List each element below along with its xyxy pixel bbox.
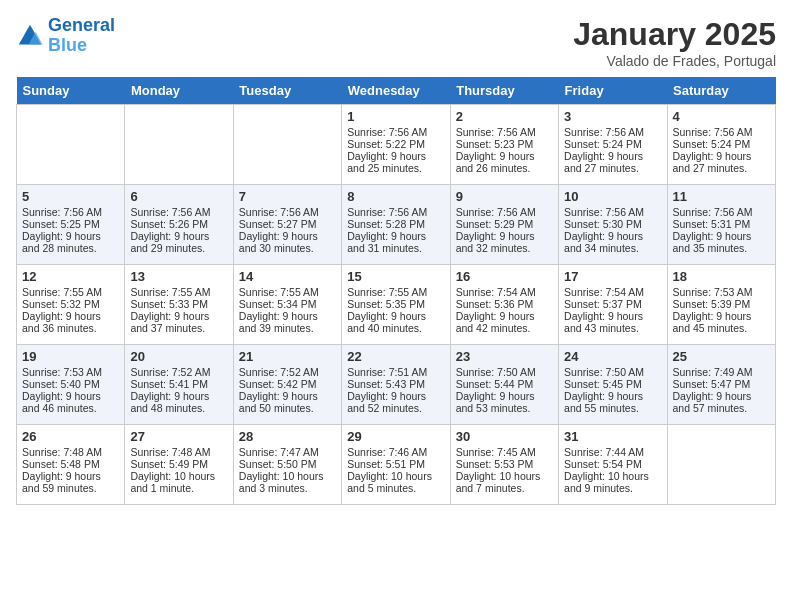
sunset-label: Sunset: 5:33 PM <box>130 298 208 310</box>
day-number: 22 <box>347 349 444 364</box>
day-number: 16 <box>456 269 553 284</box>
calendar-cell: 28Sunrise: 7:47 AMSunset: 5:50 PMDayligh… <box>233 425 341 505</box>
sunset-label: Sunset: 5:35 PM <box>347 298 425 310</box>
daylight-label: Daylight: 9 hours and 30 minutes. <box>239 230 318 254</box>
day-number: 1 <box>347 109 444 124</box>
sunset-label: Sunset: 5:24 PM <box>564 138 642 150</box>
daylight-label: Daylight: 10 hours and 1 minute. <box>130 470 215 494</box>
daylight-label: Daylight: 9 hours and 31 minutes. <box>347 230 426 254</box>
calendar-cell: 1Sunrise: 7:56 AMSunset: 5:22 PMDaylight… <box>342 105 450 185</box>
sunrise-label: Sunrise: 7:56 AM <box>564 206 644 218</box>
sunrise-label: Sunrise: 7:50 AM <box>564 366 644 378</box>
calendar-cell: 23Sunrise: 7:50 AMSunset: 5:44 PMDayligh… <box>450 345 558 425</box>
daylight-label: Daylight: 9 hours and 34 minutes. <box>564 230 643 254</box>
calendar-cell <box>17 105 125 185</box>
day-number: 18 <box>673 269 770 284</box>
daylight-label: Daylight: 10 hours and 7 minutes. <box>456 470 541 494</box>
day-number: 21 <box>239 349 336 364</box>
daylight-label: Daylight: 9 hours and 32 minutes. <box>456 230 535 254</box>
calendar-cell: 15Sunrise: 7:55 AMSunset: 5:35 PMDayligh… <box>342 265 450 345</box>
daylight-label: Daylight: 9 hours and 28 minutes. <box>22 230 101 254</box>
sunset-label: Sunset: 5:34 PM <box>239 298 317 310</box>
day-number: 10 <box>564 189 661 204</box>
daylight-label: Daylight: 9 hours and 40 minutes. <box>347 310 426 334</box>
day-number: 8 <box>347 189 444 204</box>
sunrise-label: Sunrise: 7:56 AM <box>22 206 102 218</box>
sunrise-label: Sunrise: 7:56 AM <box>130 206 210 218</box>
day-number: 30 <box>456 429 553 444</box>
day-number: 26 <box>22 429 119 444</box>
sunset-label: Sunset: 5:31 PM <box>673 218 751 230</box>
sunset-label: Sunset: 5:44 PM <box>456 378 534 390</box>
daylight-label: Daylight: 9 hours and 27 minutes. <box>564 150 643 174</box>
daylight-label: Daylight: 9 hours and 48 minutes. <box>130 390 209 414</box>
day-number: 19 <box>22 349 119 364</box>
sunrise-label: Sunrise: 7:49 AM <box>673 366 753 378</box>
sunset-label: Sunset: 5:45 PM <box>564 378 642 390</box>
sunrise-label: Sunrise: 7:56 AM <box>456 126 536 138</box>
week-row-1: 1Sunrise: 7:56 AMSunset: 5:22 PMDaylight… <box>17 105 776 185</box>
calendar-cell: 7Sunrise: 7:56 AMSunset: 5:27 PMDaylight… <box>233 185 341 265</box>
day-number: 13 <box>130 269 227 284</box>
calendar-cell: 14Sunrise: 7:55 AMSunset: 5:34 PMDayligh… <box>233 265 341 345</box>
calendar-cell <box>233 105 341 185</box>
sunset-label: Sunset: 5:47 PM <box>673 378 751 390</box>
daylight-label: Daylight: 9 hours and 27 minutes. <box>673 150 752 174</box>
sunrise-label: Sunrise: 7:50 AM <box>456 366 536 378</box>
day-number: 20 <box>130 349 227 364</box>
day-number: 27 <box>130 429 227 444</box>
weekday-header-tuesday: Tuesday <box>233 77 341 105</box>
day-number: 17 <box>564 269 661 284</box>
day-number: 31 <box>564 429 661 444</box>
sunset-label: Sunset: 5:28 PM <box>347 218 425 230</box>
sunrise-label: Sunrise: 7:56 AM <box>456 206 536 218</box>
sunrise-label: Sunrise: 7:53 AM <box>22 366 102 378</box>
logo-text: General Blue <box>48 16 115 56</box>
calendar-cell: 12Sunrise: 7:55 AMSunset: 5:32 PMDayligh… <box>17 265 125 345</box>
sunrise-label: Sunrise: 7:54 AM <box>564 286 644 298</box>
daylight-label: Daylight: 10 hours and 3 minutes. <box>239 470 324 494</box>
sunrise-label: Sunrise: 7:55 AM <box>22 286 102 298</box>
weekday-header-friday: Friday <box>559 77 667 105</box>
day-number: 7 <box>239 189 336 204</box>
daylight-label: Daylight: 10 hours and 9 minutes. <box>564 470 649 494</box>
calendar-table: SundayMondayTuesdayWednesdayThursdayFrid… <box>16 77 776 505</box>
day-number: 5 <box>22 189 119 204</box>
calendar-cell: 9Sunrise: 7:56 AMSunset: 5:29 PMDaylight… <box>450 185 558 265</box>
day-number: 12 <box>22 269 119 284</box>
day-number: 11 <box>673 189 770 204</box>
daylight-label: Daylight: 9 hours and 35 minutes. <box>673 230 752 254</box>
sunset-label: Sunset: 5:36 PM <box>456 298 534 310</box>
calendar-cell: 4Sunrise: 7:56 AMSunset: 5:24 PMDaylight… <box>667 105 775 185</box>
sunrise-label: Sunrise: 7:55 AM <box>130 286 210 298</box>
sunset-label: Sunset: 5:49 PM <box>130 458 208 470</box>
week-row-5: 26Sunrise: 7:48 AMSunset: 5:48 PMDayligh… <box>17 425 776 505</box>
sunrise-label: Sunrise: 7:46 AM <box>347 446 427 458</box>
daylight-label: Daylight: 9 hours and 26 minutes. <box>456 150 535 174</box>
sunrise-label: Sunrise: 7:56 AM <box>347 206 427 218</box>
day-number: 28 <box>239 429 336 444</box>
sunrise-label: Sunrise: 7:52 AM <box>239 366 319 378</box>
sunrise-label: Sunrise: 7:56 AM <box>673 126 753 138</box>
sunrise-label: Sunrise: 7:56 AM <box>673 206 753 218</box>
day-number: 14 <box>239 269 336 284</box>
weekday-header-row: SundayMondayTuesdayWednesdayThursdayFrid… <box>17 77 776 105</box>
weekday-header-thursday: Thursday <box>450 77 558 105</box>
sunset-label: Sunset: 5:41 PM <box>130 378 208 390</box>
logo-icon <box>16 22 44 50</box>
logo: General Blue <box>16 16 115 56</box>
daylight-label: Daylight: 9 hours and 36 minutes. <box>22 310 101 334</box>
weekday-header-wednesday: Wednesday <box>342 77 450 105</box>
calendar-cell: 3Sunrise: 7:56 AMSunset: 5:24 PMDaylight… <box>559 105 667 185</box>
calendar-cell: 17Sunrise: 7:54 AMSunset: 5:37 PMDayligh… <box>559 265 667 345</box>
sunrise-label: Sunrise: 7:52 AM <box>130 366 210 378</box>
sunset-label: Sunset: 5:29 PM <box>456 218 534 230</box>
day-number: 4 <box>673 109 770 124</box>
sunset-label: Sunset: 5:27 PM <box>239 218 317 230</box>
calendar-cell: 30Sunrise: 7:45 AMSunset: 5:53 PMDayligh… <box>450 425 558 505</box>
daylight-label: Daylight: 9 hours and 42 minutes. <box>456 310 535 334</box>
daylight-label: Daylight: 9 hours and 52 minutes. <box>347 390 426 414</box>
day-number: 24 <box>564 349 661 364</box>
weekday-header-sunday: Sunday <box>17 77 125 105</box>
calendar-cell <box>667 425 775 505</box>
